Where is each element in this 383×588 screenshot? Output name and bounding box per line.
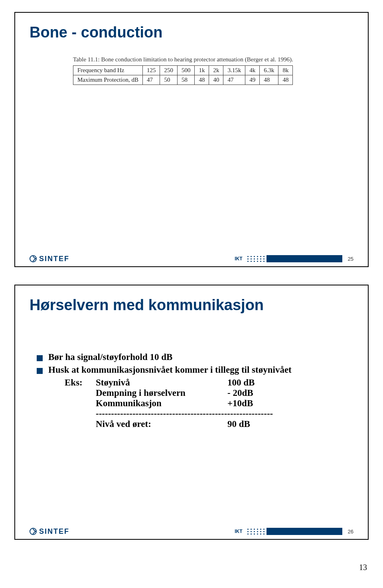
cell: 1k <box>195 66 209 75</box>
row-name: Dempning i hørselvern <box>96 388 227 398</box>
cell: 48 <box>195 75 209 85</box>
footer-bar <box>247 528 348 535</box>
cell: 58 <box>177 75 195 85</box>
slide-1: Bone - conduction Table 11.1: Bone condu… <box>14 12 369 267</box>
slide-number: 25 <box>348 256 353 262</box>
sintef-logo: SINTEF <box>30 527 69 536</box>
bone-conduction-table: Table 11.1: Bone conduction limitation t… <box>70 53 313 89</box>
footer-colorbar <box>267 528 342 535</box>
cell: 500 <box>177 66 195 75</box>
row-name: Kommunikasjon <box>96 398 227 409</box>
cell: 47 <box>142 75 160 85</box>
cell: 47 <box>223 75 245 85</box>
example-row: Eks: Støynivå 100 dB <box>65 378 353 388</box>
example-row-result: Nivå ved øret: 90 dB <box>65 419 353 429</box>
cell: 250 <box>160 66 178 75</box>
divider-line: ----------------------------------------… <box>96 409 353 419</box>
footer-right: IKT 25 <box>235 255 353 262</box>
bullet-list: Bør ha signal/støyforhold 10 dB Husk at … <box>30 352 353 429</box>
ikt-label: IKT <box>235 256 242 262</box>
example-row: Kommunikasjon +10dB <box>65 398 353 409</box>
slide-number: 26 <box>348 529 353 535</box>
ikt-label: IKT <box>235 529 242 534</box>
table-row: Frequency band Hz 125 250 500 1k 2k 3.15… <box>73 66 293 75</box>
cell: 49 <box>245 75 260 85</box>
slide-title: Bone - conduction <box>30 24 353 41</box>
bullet-item: Bør ha signal/støyforhold 10 dB <box>37 352 353 362</box>
cell: 125 <box>142 66 160 75</box>
brand-text: SINTEF <box>39 527 69 536</box>
row-value: 100 dB <box>227 378 275 388</box>
footer-right: IKT 26 <box>235 528 353 535</box>
row-name: Støynivå <box>96 378 227 388</box>
cell: 48 <box>260 75 278 85</box>
page-number: 13 <box>0 556 383 572</box>
example-block: Eks: Støynivå 100 dB Dempning i hørselve… <box>65 378 353 429</box>
slide-2: Hørselvern med kommunikasjon Bør ha sign… <box>14 285 369 540</box>
cell: 50 <box>160 75 178 85</box>
example-label: Eks: <box>65 378 96 388</box>
bullet-item: Husk at kommunikasjonsnivået kommer i ti… <box>37 365 353 375</box>
cell: 8k <box>278 66 293 75</box>
logo-icon <box>30 255 37 262</box>
bullet-text: Husk at kommunikasjonsnivået kommer i ti… <box>48 365 292 375</box>
row-label-max: Maximum Protection, dB <box>73 75 143 85</box>
footer-colorbar <box>267 255 342 262</box>
dots-icon <box>247 255 266 262</box>
table-caption: Table 11.1: Bone conduction limitation t… <box>73 56 310 63</box>
cell: 4k <box>245 66 260 75</box>
cell: 48 <box>278 75 293 85</box>
cell: 40 <box>209 75 223 85</box>
logo-icon <box>30 528 37 535</box>
slide-title: Hørselvern med kommunikasjon <box>30 297 353 314</box>
slide-footer: SINTEF IKT 26 <box>15 524 368 539</box>
slide-footer: SINTEF IKT 25 <box>15 251 368 266</box>
cell: 6.3k <box>260 66 278 75</box>
example-row: Dempning i hørselvern - 20dB <box>65 388 353 398</box>
row-name: Nivå ved øret: <box>96 419 227 429</box>
row-value: 90 dB <box>227 419 275 429</box>
brand-text: SINTEF <box>39 255 69 263</box>
cell: 2k <box>209 66 223 75</box>
bullet-text: Bør ha signal/støyforhold 10 dB <box>48 352 172 362</box>
footer-bar <box>247 255 348 262</box>
sintef-logo: SINTEF <box>30 255 69 263</box>
attenuation-table: Frequency band Hz 125 250 500 1k 2k 3.15… <box>73 65 293 85</box>
row-label-freq: Frequency band Hz <box>73 66 143 75</box>
row-value: - 20dB <box>227 388 275 398</box>
table-row: Maximum Protection, dB 47 50 58 48 40 47… <box>73 75 293 85</box>
bullet-square-icon <box>37 368 43 374</box>
dots-icon <box>247 528 266 535</box>
cell: 3.15k <box>223 66 245 75</box>
bullet-square-icon <box>37 355 43 361</box>
row-value: +10dB <box>227 398 275 409</box>
